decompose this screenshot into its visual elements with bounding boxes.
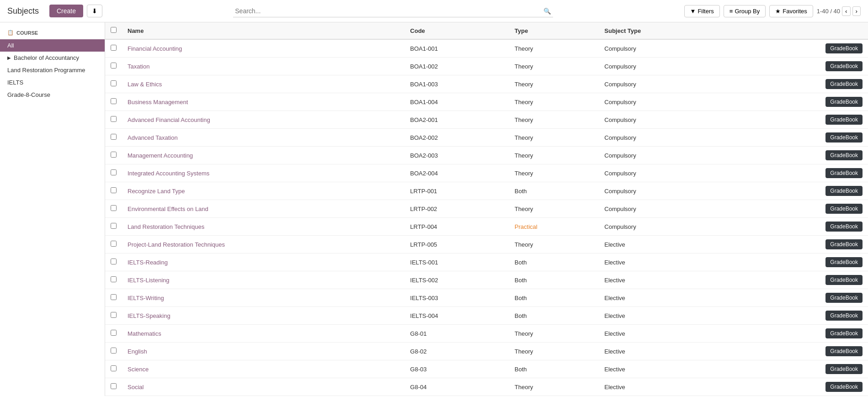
subject-name-link[interactable]: Taxation [128, 63, 149, 70]
gradebook-button[interactable]: GradeBook [825, 61, 863, 71]
row-checkbox-cell[interactable] [105, 307, 122, 325]
row-checkbox-cell[interactable] [105, 253, 122, 271]
row-checkbox[interactable] [111, 365, 117, 371]
subject-name-link[interactable]: Management Accounting [128, 152, 193, 159]
subject-name-link[interactable]: Social [128, 384, 144, 391]
row-checkbox-cell[interactable] [105, 182, 122, 200]
row-checkbox[interactable] [111, 205, 117, 211]
row-checkbox[interactable] [111, 63, 117, 69]
gradebook-button[interactable]: GradeBook [825, 275, 863, 285]
gradebook-button[interactable]: GradeBook [825, 239, 863, 249]
subject-name-link[interactable]: Advanced Financial Accounting [128, 116, 210, 123]
subject-name-link[interactable]: Mathematics [128, 330, 161, 337]
row-checkbox-cell[interactable] [105, 236, 122, 253]
row-checkbox-cell[interactable] [105, 271, 122, 289]
row-checkbox[interactable] [111, 187, 117, 193]
row-checkbox-cell[interactable] [105, 289, 122, 307]
subject-name-link[interactable]: Advanced Taxation [128, 134, 178, 141]
row-checkbox-cell[interactable] [105, 147, 122, 164]
sidebar-item-bachelor[interactable]: ▶ Bachelor of Accountancy [0, 52, 105, 64]
sidebar-item-grade8[interactable]: Grade-8-Course [0, 89, 105, 101]
subject-name-link[interactable]: Land Restoration Techniques [128, 223, 204, 230]
search-input[interactable] [233, 5, 553, 17]
gradebook-button[interactable]: GradeBook [825, 293, 863, 303]
gradebook-button[interactable]: GradeBook [825, 204, 863, 214]
row-checkbox[interactable] [111, 169, 117, 175]
sidebar-item-land[interactable]: Land Restoration Programme [0, 64, 105, 76]
subject-name-link[interactable]: Business Management [128, 99, 188, 106]
row-checkbox[interactable] [111, 116, 117, 122]
search-button[interactable]: 🔍 [543, 8, 551, 15]
row-checkbox[interactable] [111, 348, 117, 354]
gradebook-button[interactable]: GradeBook [825, 132, 863, 143]
gradebook-button[interactable]: GradeBook [825, 257, 863, 267]
gradebook-button[interactable]: GradeBook [825, 346, 863, 356]
row-code-cell: G8-03 [405, 360, 509, 378]
row-checkbox-cell[interactable] [105, 396, 122, 396]
row-checkbox[interactable] [111, 294, 117, 300]
row-checkbox-cell[interactable] [105, 378, 122, 396]
subject-name-link[interactable]: IELTS-Speaking [128, 312, 170, 319]
row-type-cell: Both [509, 289, 599, 307]
gradebook-button[interactable]: GradeBook [825, 150, 863, 160]
row-checkbox-cell[interactable] [105, 343, 122, 360]
row-checkbox[interactable] [111, 45, 117, 51]
select-all-checkbox[interactable] [111, 27, 117, 33]
row-checkbox[interactable] [111, 80, 117, 86]
row-checkbox[interactable] [111, 98, 117, 104]
gradebook-button[interactable]: GradeBook [825, 186, 863, 196]
row-checkbox[interactable] [111, 152, 117, 158]
row-subject-type-cell: Elective [599, 307, 748, 325]
gradebook-button[interactable]: GradeBook [825, 43, 863, 53]
row-checkbox-cell[interactable] [105, 360, 122, 378]
gradebook-button[interactable]: GradeBook [825, 364, 863, 374]
subject-name-link[interactable]: Project-Land Restoration Techniques [128, 241, 225, 248]
gradebook-button[interactable]: GradeBook [825, 168, 863, 178]
subject-name-link[interactable]: Environmental Effects on Land [128, 206, 208, 212]
gradebook-button[interactable]: GradeBook [825, 79, 863, 89]
row-checkbox-cell[interactable] [105, 325, 122, 343]
row-checkbox-cell[interactable] [105, 164, 122, 182]
row-checkbox-cell[interactable] [105, 93, 122, 111]
favorites-button[interactable]: ★ Favorites [769, 5, 813, 17]
sidebar-item-ielts[interactable]: IELTS [0, 76, 105, 89]
pagination-prev-button[interactable]: ‹ [842, 6, 850, 16]
download-button[interactable]: ⬇ [87, 5, 102, 17]
row-checkbox-cell[interactable] [105, 129, 122, 147]
subject-name-link[interactable]: Integrated Accounting Systems [128, 170, 209, 177]
row-checkbox-cell[interactable] [105, 75, 122, 93]
row-checkbox[interactable] [111, 223, 117, 229]
select-all-checkbox-header[interactable] [105, 22, 122, 39]
filters-button[interactable]: ▼ Filters [684, 5, 720, 17]
row-checkbox-cell[interactable] [105, 111, 122, 129]
row-checkbox[interactable] [111, 330, 117, 336]
subject-name-link[interactable]: Law & Ethics [128, 81, 162, 88]
pagination-next-button[interactable]: › [852, 6, 861, 16]
create-button[interactable]: Create [49, 5, 83, 17]
row-checkbox[interactable] [111, 134, 117, 140]
subject-name-link[interactable]: Financial Accounting [128, 45, 182, 52]
gradebook-button[interactable]: GradeBook [825, 311, 863, 321]
row-checkbox[interactable] [111, 383, 117, 389]
row-checkbox-cell[interactable] [105, 39, 122, 58]
subject-name-link[interactable]: Recognize Land Type [128, 188, 185, 195]
group-by-button[interactable]: ≡ Group By [724, 5, 766, 17]
subject-name-link[interactable]: Science [128, 366, 149, 373]
subject-name-link[interactable]: English [128, 348, 147, 355]
row-checkbox-cell[interactable] [105, 200, 122, 218]
subject-name-link[interactable]: IELTS-Writing [128, 295, 164, 301]
row-checkbox[interactable] [111, 312, 117, 318]
row-checkbox-cell[interactable] [105, 58, 122, 75]
sidebar-item-all[interactable]: All [0, 39, 105, 52]
gradebook-button[interactable]: GradeBook [825, 222, 863, 232]
row-checkbox[interactable] [111, 276, 117, 282]
row-checkbox-cell[interactable] [105, 218, 122, 236]
gradebook-button[interactable]: GradeBook [825, 328, 863, 338]
subject-name-link[interactable]: IELTS-Listening [128, 277, 170, 284]
row-checkbox[interactable] [111, 241, 117, 247]
gradebook-button[interactable]: GradeBook [825, 97, 863, 107]
subject-name-link[interactable]: IELTS-Reading [128, 259, 168, 266]
row-checkbox[interactable] [111, 259, 117, 264]
gradebook-button[interactable]: GradeBook [825, 115, 863, 125]
gradebook-button[interactable]: GradeBook [825, 382, 863, 392]
